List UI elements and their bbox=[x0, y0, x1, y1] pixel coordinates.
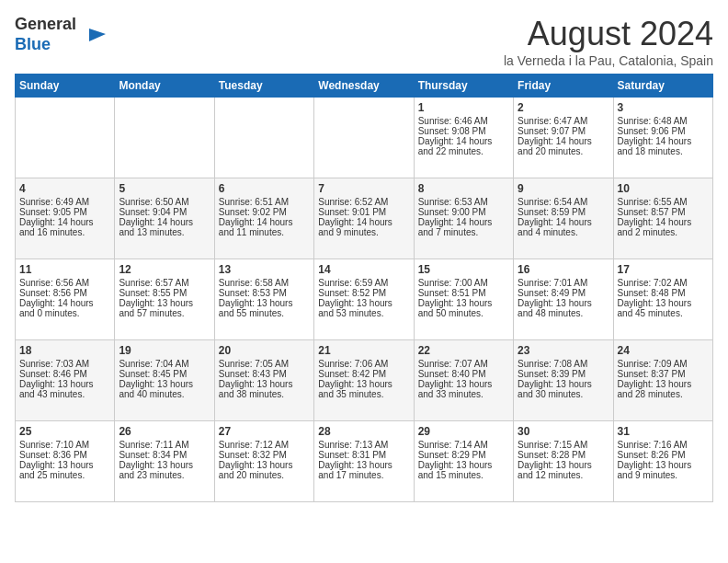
day-info: Daylight: 13 hours bbox=[19, 379, 110, 389]
day-info: and 16 minutes. bbox=[19, 227, 110, 237]
day-info: Daylight: 13 hours bbox=[318, 379, 409, 389]
calendar-cell: 2Sunrise: 6:47 AMSunset: 9:07 PMDaylight… bbox=[514, 98, 613, 178]
day-info: Sunrise: 6:47 AM bbox=[518, 116, 609, 126]
day-info: and 33 minutes. bbox=[418, 389, 509, 399]
col-header-thursday: Thursday bbox=[414, 75, 513, 98]
day-info: and 55 minutes. bbox=[219, 308, 310, 318]
day-info: Sunrise: 6:49 AM bbox=[19, 197, 110, 207]
day-info: and 0 minutes. bbox=[19, 308, 110, 318]
day-number: 5 bbox=[119, 182, 210, 195]
calendar-cell: 23Sunrise: 7:08 AMSunset: 8:39 PMDayligh… bbox=[514, 340, 613, 421]
day-info: Sunset: 8:49 PM bbox=[518, 288, 609, 298]
day-info: and 7 minutes. bbox=[418, 227, 509, 237]
day-info: Daylight: 13 hours bbox=[119, 298, 210, 308]
day-info: Sunset: 8:46 PM bbox=[19, 369, 110, 379]
day-info: and 20 minutes. bbox=[219, 470, 310, 480]
day-info: Sunset: 9:06 PM bbox=[618, 126, 709, 136]
day-number: 25 bbox=[19, 425, 110, 438]
calendar-week-row: 4Sunrise: 6:49 AMSunset: 9:05 PMDaylight… bbox=[16, 178, 713, 259]
calendar-cell: 31Sunrise: 7:16 AMSunset: 8:26 PMDayligh… bbox=[613, 421, 712, 502]
day-info: Sunset: 9:00 PM bbox=[418, 207, 509, 217]
day-info: and 30 minutes. bbox=[518, 389, 609, 399]
day-info: Daylight: 14 hours bbox=[618, 136, 709, 146]
calendar-cell: 21Sunrise: 7:06 AMSunset: 8:42 PMDayligh… bbox=[314, 340, 414, 421]
day-info: Daylight: 14 hours bbox=[418, 217, 509, 227]
calendar-cell: 1Sunrise: 6:46 AMSunset: 9:08 PMDaylight… bbox=[414, 98, 513, 178]
calendar-cell: 16Sunrise: 7:01 AMSunset: 8:49 PMDayligh… bbox=[514, 259, 613, 340]
calendar-cell: 14Sunrise: 6:59 AMSunset: 8:52 PMDayligh… bbox=[314, 259, 414, 340]
col-header-monday: Monday bbox=[115, 75, 214, 98]
day-number: 8 bbox=[418, 182, 509, 195]
day-number: 18 bbox=[19, 344, 110, 357]
day-info: Daylight: 13 hours bbox=[418, 460, 509, 470]
day-info: Sunset: 9:02 PM bbox=[219, 207, 310, 217]
calendar-week-row: 25Sunrise: 7:10 AMSunset: 8:36 PMDayligh… bbox=[16, 421, 713, 502]
calendar-cell: 29Sunrise: 7:14 AMSunset: 8:29 PMDayligh… bbox=[414, 421, 513, 502]
col-header-saturday: Saturday bbox=[613, 75, 712, 98]
day-info: and 25 minutes. bbox=[19, 470, 110, 480]
day-info: Daylight: 14 hours bbox=[19, 298, 110, 308]
day-info: Sunset: 8:29 PM bbox=[418, 450, 509, 460]
day-info: Sunrise: 7:10 AM bbox=[19, 440, 110, 450]
day-number: 21 bbox=[318, 344, 409, 357]
day-info: Sunrise: 6:48 AM bbox=[618, 116, 709, 126]
location-subtitle: la Verneda i la Pau, Catalonia, Spain bbox=[504, 53, 713, 68]
day-number: 11 bbox=[19, 263, 110, 276]
day-info: Daylight: 13 hours bbox=[219, 460, 310, 470]
day-info: Sunset: 8:31 PM bbox=[318, 450, 409, 460]
day-info: Sunrise: 6:51 AM bbox=[219, 197, 310, 207]
calendar-cell bbox=[16, 98, 115, 178]
calendar-cell: 5Sunrise: 6:50 AMSunset: 9:04 PMDaylight… bbox=[115, 178, 214, 259]
day-info: Daylight: 13 hours bbox=[119, 460, 210, 470]
day-info: Sunrise: 7:04 AM bbox=[119, 359, 210, 369]
day-info: Sunset: 9:01 PM bbox=[318, 207, 409, 217]
day-number: 12 bbox=[119, 263, 210, 276]
day-info: Sunset: 8:53 PM bbox=[219, 288, 310, 298]
day-info: Sunrise: 7:03 AM bbox=[19, 359, 110, 369]
day-info: Sunrise: 6:57 AM bbox=[119, 278, 210, 288]
day-info: Daylight: 14 hours bbox=[618, 217, 709, 227]
day-number: 7 bbox=[318, 182, 409, 195]
calendar-cell: 4Sunrise: 6:49 AMSunset: 9:05 PMDaylight… bbox=[16, 178, 115, 259]
day-number: 4 bbox=[19, 182, 110, 195]
day-info: Daylight: 13 hours bbox=[518, 379, 609, 389]
calendar-week-row: 18Sunrise: 7:03 AMSunset: 8:46 PMDayligh… bbox=[16, 340, 713, 421]
day-info: Sunrise: 7:02 AM bbox=[618, 278, 709, 288]
calendar-cell: 3Sunrise: 6:48 AMSunset: 9:06 PMDaylight… bbox=[613, 98, 712, 178]
day-info: Sunrise: 7:08 AM bbox=[518, 359, 609, 369]
logo-icon bbox=[80, 21, 108, 49]
calendar-cell: 22Sunrise: 7:07 AMSunset: 8:40 PMDayligh… bbox=[414, 340, 513, 421]
day-info: Daylight: 13 hours bbox=[119, 379, 210, 389]
day-info: and 17 minutes. bbox=[318, 470, 409, 480]
calendar-cell bbox=[115, 98, 214, 178]
day-number: 29 bbox=[418, 425, 509, 438]
day-info: Sunrise: 7:01 AM bbox=[518, 278, 609, 288]
day-number: 1 bbox=[418, 101, 509, 114]
day-info: Sunrise: 7:00 AM bbox=[418, 278, 509, 288]
day-info: and 13 minutes. bbox=[119, 227, 210, 237]
day-info: and 11 minutes. bbox=[219, 227, 310, 237]
day-info: Sunset: 8:55 PM bbox=[119, 288, 210, 298]
day-info: Sunset: 8:52 PM bbox=[318, 288, 409, 298]
day-number: 28 bbox=[318, 425, 409, 438]
day-info: Sunrise: 7:12 AM bbox=[219, 440, 310, 450]
day-info: Daylight: 14 hours bbox=[318, 217, 409, 227]
day-info: Sunset: 8:42 PM bbox=[318, 369, 409, 379]
day-info: Sunset: 9:04 PM bbox=[119, 207, 210, 217]
day-info: and 18 minutes. bbox=[618, 146, 709, 156]
day-info: Sunset: 8:45 PM bbox=[119, 369, 210, 379]
day-info: Sunrise: 7:16 AM bbox=[618, 440, 709, 450]
calendar-cell: 7Sunrise: 6:52 AMSunset: 9:01 PMDaylight… bbox=[314, 178, 414, 259]
day-info: Sunset: 9:07 PM bbox=[518, 126, 609, 136]
day-info: Sunset: 8:26 PM bbox=[618, 450, 709, 460]
day-info: Sunrise: 7:05 AM bbox=[219, 359, 310, 369]
day-number: 3 bbox=[618, 101, 709, 114]
calendar-cell: 10Sunrise: 6:55 AMSunset: 8:57 PMDayligh… bbox=[613, 178, 712, 259]
day-info: Sunset: 8:34 PM bbox=[119, 450, 210, 460]
logo-blue-text: Blue bbox=[15, 35, 76, 55]
day-info: and 20 minutes. bbox=[518, 146, 609, 156]
day-number: 23 bbox=[518, 344, 609, 357]
calendar-cell: 12Sunrise: 6:57 AMSunset: 8:55 PMDayligh… bbox=[115, 259, 214, 340]
day-info: Daylight: 13 hours bbox=[418, 298, 509, 308]
day-info: Sunset: 8:37 PM bbox=[618, 369, 709, 379]
